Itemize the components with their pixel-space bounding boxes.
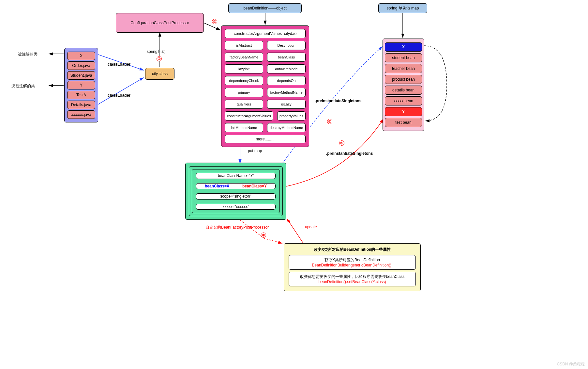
class-item: TestA [67,91,95,99]
beandef-cell: dependsOn [267,76,306,85]
beandef-cell: dependencyCheck [225,76,263,85]
beandef-cell: initMethodName [225,123,263,132]
pool-item: xxxxx bean [385,96,422,105]
class-item: Student.java [67,71,95,80]
text: beanDefinition——object [243,6,287,10]
pool-item: product bean [385,75,422,84]
svg-line-7 [204,23,220,30]
yellow-row1: 获取X类所对应的BeanDefinition BeanDefinitionBui… [289,255,416,270]
city-class-box: city.class [145,68,174,80]
watermark: CSDN @桑程程 [557,361,585,367]
class-item: xxxxxx.java [67,110,95,119]
beandef-cell: constructorArgumentValues [225,111,273,120]
text: spring 单例池 map [387,6,419,11]
class-item: Order.java [67,61,95,70]
beandef-cell: destroyMethodName [267,123,306,132]
class-item: Y [67,81,95,89]
beandef-cell: lazyInit [225,64,263,73]
beandef-cell: beanClass [267,53,306,62]
step-5a: ⑤ [327,119,332,124]
class-item: X [67,52,95,60]
pool-item: Y [385,107,422,116]
yellow-row2: 改变你想需要改变的一些属性，比如程序需要改变beanClass beanDefi… [289,272,416,286]
label-put-map: put map [248,149,262,153]
label-spring-start: spring启动 [147,49,165,55]
text: city.class [152,72,168,76]
pool-item: X [385,42,422,52]
beandef-cell: primary [225,88,263,97]
class-item: Details.java [67,101,95,109]
yellow-title: 改变X类所对应的BeanDefinition的一些属性 [287,247,417,252]
pool-item: teacher bean [385,64,422,73]
label-custom-bfpp: 自定义的BeanFactoryPostProcessor [205,225,269,230]
yellow-change-panel: 改变X类所对应的BeanDefinition的一些属性 获取X类所对应的Bean… [284,243,421,291]
beandef-cell: factoryMethodName [267,88,306,97]
singleton-pool-panel: Xstudent beanteacher beanproduct beandet… [383,39,424,131]
step-2: ② [212,19,217,24]
step-1: ① [157,56,162,61]
beandefinition-panel: constructorArgumentValues=citydao isAbst… [221,25,309,147]
class-list-container: XOrder.javaStudent.javaYTestADetails.jav… [64,48,98,122]
green-row-other: xxxxx="xxxxxx" [196,204,276,210]
header-beandefinition-object: beanDefinition——object [228,3,302,13]
beandef-cell: qualifiers [225,100,263,109]
header-spring-singleton-map: spring 单例池 map [378,3,427,13]
label-preinstantiate-1: .preInstantiateSingletons [315,99,361,103]
svg-line-9 [287,219,303,243]
pool-item: student bean [385,53,422,62]
label-annotated: 被注解的类 [18,52,38,57]
beandef-cell: isAbstract [225,41,263,50]
beandef-more: more......... [225,135,306,143]
beandef-header: constructorArgumentValues=citydao [225,29,306,38]
label-classloader-top: classLoader [108,62,130,67]
green-row-beanclass: beanClass=X beanClass=Y [196,183,276,189]
svg-line-5 [98,78,143,104]
text: ConfigurationClassPostProcessor [130,21,189,25]
green-row-beanclassname: beanClassName="x" [196,173,276,179]
beandef-cell: autowireMode [267,64,306,73]
label-classloader-bottom: classLoader [108,93,130,98]
green-row-scope: scope="singleton" [196,193,276,200]
green-map-panel: beanClassName="x" beanClass=X beanClass=… [185,163,286,220]
pool-item: detatils bean [385,86,422,95]
step-4: ④ [261,233,266,238]
label-update: update [305,225,317,229]
pool-item: test bean [385,118,422,127]
step-5b: ⑤ [339,140,344,146]
label-not-annotated: 没被注解的类 [11,83,35,89]
label-preinstantiate-2: .preInstantiateSingletons [326,151,373,156]
beandef-cell: propertyValues [277,111,306,120]
configuration-class-post-processor: ConfigurationClassPostProcessor [116,13,204,33]
beandef-cell: isLazy [267,100,306,109]
beandef-cell: factoryBeanName [225,53,263,62]
beandef-cell: Description [267,41,306,50]
